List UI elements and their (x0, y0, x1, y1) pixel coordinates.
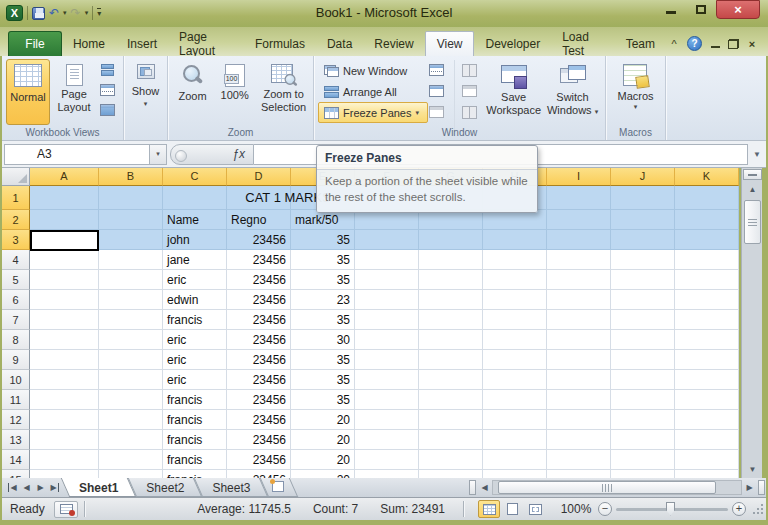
cell-D5[interactable]: 23456 (227, 270, 291, 290)
cell-J5[interactable] (611, 270, 675, 290)
first-sheet-icon[interactable]: ◀ (6, 483, 19, 492)
cell-J3[interactable] (611, 230, 675, 250)
switch-windows-button[interactable]: Switch Windows ▾ (542, 60, 603, 130)
cell-J8[interactable] (611, 330, 675, 350)
expand-formula-bar-icon[interactable]: ▼ (748, 150, 766, 159)
name-box-dropdown-icon[interactable]: ▾ (150, 144, 167, 165)
cell-K10[interactable] (675, 370, 739, 390)
cell-J1[interactable] (611, 186, 675, 210)
cell-G5[interactable] (419, 270, 483, 290)
row-header-6[interactable]: 6 (2, 290, 30, 310)
row-header-3[interactable]: 3 (2, 230, 30, 250)
cell-G9[interactable] (419, 350, 483, 370)
cell-A1[interactable] (30, 186, 99, 210)
zoom-in-button[interactable]: + (732, 502, 746, 516)
cell-I14[interactable] (547, 450, 611, 470)
insert-function-button[interactable]: ƒx (170, 144, 254, 165)
cell-I15[interactable] (547, 470, 611, 478)
workbook-minimize-icon[interactable] (707, 38, 723, 50)
maximize-button[interactable] (686, 0, 716, 19)
split-button[interactable] (428, 61, 446, 78)
row-header-10[interactable]: 10 (2, 370, 30, 390)
cell-J12[interactable] (611, 410, 675, 430)
row-header-4[interactable]: 4 (2, 250, 30, 270)
workbook-restore-icon[interactable] (728, 39, 739, 49)
cell-K13[interactable] (675, 430, 739, 450)
cell-K14[interactable] (675, 450, 739, 470)
cell-A9[interactable] (30, 350, 99, 370)
column-header-D[interactable]: D (227, 168, 291, 186)
cell-A8[interactable] (30, 330, 99, 350)
cell-F8[interactable] (355, 330, 419, 350)
zoom-out-button[interactable]: − (598, 502, 612, 516)
select-all-corner[interactable] (2, 168, 30, 186)
page-break-view-shortcut[interactable] (524, 500, 546, 518)
page-break-preview-button[interactable] (98, 61, 116, 78)
cell-H4[interactable] (483, 250, 547, 270)
cell-E6[interactable]: 23 (291, 290, 355, 310)
column-header-K[interactable]: K (675, 168, 739, 186)
cell-C4[interactable]: jane (163, 250, 227, 270)
cell-J6[interactable] (611, 290, 675, 310)
zoom-to-selection-button[interactable]: Zoom to Selection (256, 59, 311, 129)
insert-worksheet-button[interactable] (264, 478, 294, 497)
cell-B12[interactable] (99, 410, 163, 430)
cell-C9[interactable]: eric (163, 350, 227, 370)
cell-A5[interactable] (30, 270, 99, 290)
next-sheet-icon[interactable]: ▶ (34, 483, 47, 492)
cell-B15[interactable] (99, 470, 163, 478)
cell-J11[interactable] (611, 390, 675, 410)
zoom-slider-track[interactable] (616, 508, 728, 511)
cell-E11[interactable]: 35 (291, 390, 355, 410)
cell-D6[interactable]: 23456 (227, 290, 291, 310)
cell-B5[interactable] (99, 270, 163, 290)
macros-button[interactable]: Macros ▾ (612, 59, 660, 125)
cell-D2[interactable]: Regno (227, 210, 291, 230)
cell-K2[interactable] (675, 210, 739, 230)
cell-G10[interactable] (419, 370, 483, 390)
cell-I5[interactable] (547, 270, 611, 290)
cell-D7[interactable]: 23456 (227, 310, 291, 330)
cell-E3[interactable]: 35 (291, 230, 355, 250)
page-layout-view-shortcut[interactable] (501, 500, 523, 518)
cell-F12[interactable] (355, 410, 419, 430)
cell-D9[interactable]: 23456 (227, 350, 291, 370)
row-header-9[interactable]: 9 (2, 350, 30, 370)
cell-I7[interactable] (547, 310, 611, 330)
row-header-13[interactable]: 13 (2, 430, 30, 450)
save-workspace-button[interactable]: Save Workspace (485, 60, 542, 130)
cell-C2[interactable]: Name (163, 210, 227, 230)
tab-page-layout[interactable]: Page Layout (168, 31, 244, 56)
cell-K12[interactable] (675, 410, 739, 430)
tab-home[interactable]: Home (62, 31, 116, 56)
cell-A2[interactable] (30, 210, 99, 230)
cell-J4[interactable] (611, 250, 675, 270)
macro-record-button[interactable] (54, 501, 78, 518)
column-header-C[interactable]: C (163, 168, 227, 186)
cell-D4[interactable]: 23456 (227, 250, 291, 270)
active-cell[interactable] (30, 230, 99, 251)
cell-D3[interactable]: 23456 (227, 230, 291, 250)
cell-E9[interactable]: 35 (291, 350, 355, 370)
column-header-I[interactable]: I (547, 168, 611, 186)
tab-file[interactable]: File (8, 31, 62, 56)
show-button[interactable]: Show ▾ (127, 59, 165, 131)
zoom-button[interactable]: Zoom (172, 59, 213, 125)
cell-G14[interactable] (419, 450, 483, 470)
tab-developer[interactable]: Developer (474, 31, 551, 56)
tab-view[interactable]: View (425, 31, 475, 56)
cell-I3[interactable] (547, 230, 611, 250)
horizontal-scroll-thumb[interactable] (498, 481, 716, 494)
cell-B3[interactable] (99, 230, 163, 250)
cell-K11[interactable] (675, 390, 739, 410)
cell-G15[interactable] (419, 470, 483, 478)
minimize-ribbon-icon[interactable]: ^ (666, 38, 682, 50)
cell-F10[interactable] (355, 370, 419, 390)
cell-F11[interactable] (355, 390, 419, 410)
cell-B7[interactable] (99, 310, 163, 330)
freeze-panes-button[interactable]: Freeze Panes ▾ (318, 102, 428, 123)
cell-B6[interactable] (99, 290, 163, 310)
row-header-8[interactable]: 8 (2, 330, 30, 350)
cell-B13[interactable] (99, 430, 163, 450)
cell-E10[interactable]: 35 (291, 370, 355, 390)
